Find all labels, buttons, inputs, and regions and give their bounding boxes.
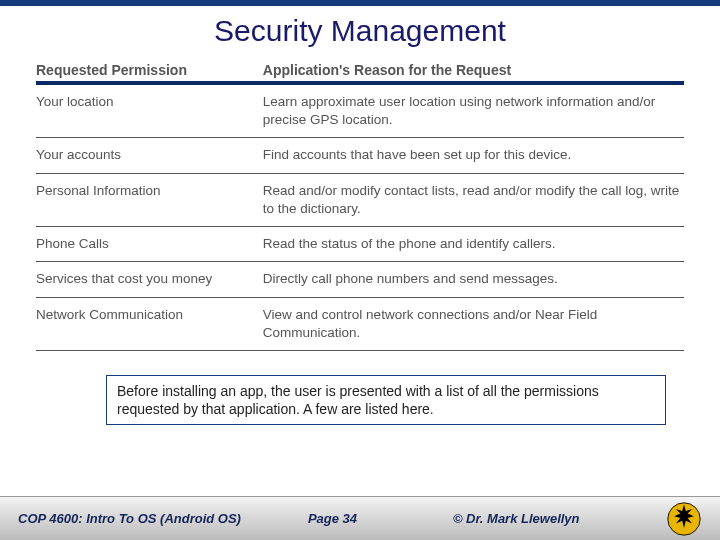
footer-bar: COP 4600: Intro To OS (Android OS) Page … — [0, 496, 720, 540]
table-row: Services that cost you money Directly ca… — [36, 262, 684, 297]
cell-reason: Read and/or modify contact lists, read a… — [263, 182, 684, 218]
header-permission: Requested Permission — [36, 62, 263, 78]
permissions-table: Requested Permission Application's Reaso… — [36, 58, 684, 351]
cell-reason: Learn approximate user location using ne… — [263, 93, 684, 129]
footer-copyright: © Dr. Mark Llewellyn — [453, 511, 660, 526]
content-area: Requested Permission Application's Reaso… — [0, 58, 720, 540]
table-row: Phone Calls Read the status of the phone… — [36, 227, 684, 262]
cell-reason: Read the status of the phone and identif… — [263, 235, 684, 253]
table-row: Your accounts Find accounts that have be… — [36, 138, 684, 173]
cell-reason: Directly call phone numbers and send mes… — [263, 270, 684, 288]
cell-permission: Your location — [36, 93, 263, 111]
table-header-row: Requested Permission Application's Reaso… — [36, 58, 684, 85]
header-reason: Application's Reason for the Request — [263, 62, 684, 78]
cell-permission: Phone Calls — [36, 235, 263, 253]
cell-reason: Find accounts that have been set up for … — [263, 146, 684, 164]
slide: Security Management Requested Permission… — [0, 0, 720, 540]
footer-course: COP 4600: Intro To OS (Android OS) — [18, 511, 308, 526]
caption-box: Before installing an app, the user is pr… — [106, 375, 666, 425]
cell-permission: Your accounts — [36, 146, 263, 164]
page-title: Security Management — [0, 6, 720, 58]
table-row: Network Communication View and control n… — [36, 298, 684, 351]
table-row: Your location Learn approximate user loc… — [36, 85, 684, 138]
ucf-logo-icon — [666, 501, 702, 537]
cell-permission: Personal Information — [36, 182, 263, 200]
cell-permission: Services that cost you money — [36, 270, 263, 288]
footer-page: Page 34 — [308, 511, 453, 526]
cell-permission: Network Communication — [36, 306, 263, 324]
cell-reason: View and control network connections and… — [263, 306, 684, 342]
table-row: Personal Information Read and/or modify … — [36, 174, 684, 227]
